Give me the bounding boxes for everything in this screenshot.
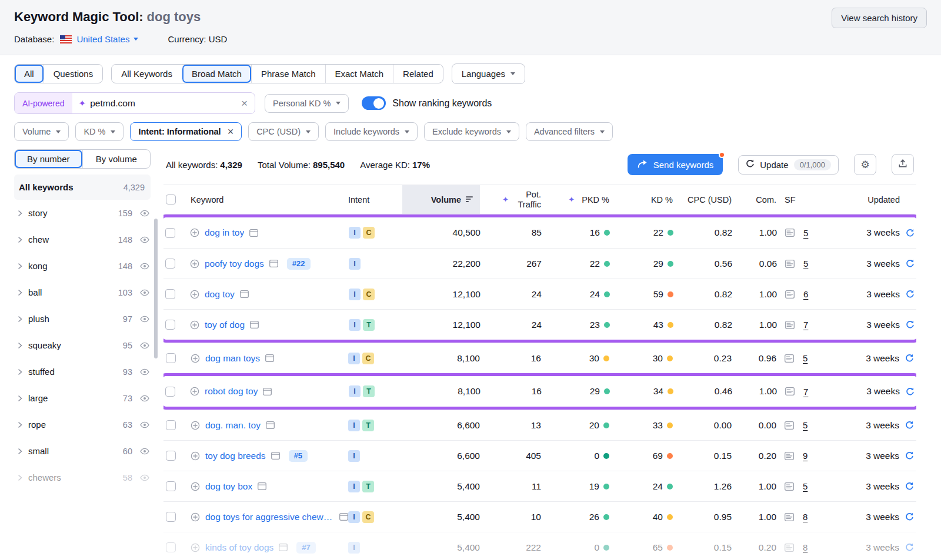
row-checkbox[interactable] xyxy=(165,387,175,397)
sidebar-group-small[interactable]: small60 xyxy=(14,438,151,464)
serp-preview-icon[interactable] xyxy=(785,482,794,491)
refresh-icon[interactable] xyxy=(905,354,914,363)
serp-preview-icon[interactable] xyxy=(785,290,795,299)
keyword-link[interactable]: poofy toy dogs xyxy=(205,259,264,269)
col-header-com[interactable]: Com. xyxy=(756,195,776,204)
keyword-link[interactable]: dog in toy xyxy=(205,227,244,238)
sidebar-all-keywords[interactable]: All keywords 4,329 xyxy=(14,175,151,200)
refresh-icon[interactable] xyxy=(906,387,915,396)
sidebar-group-chewers[interactable]: chewers58 xyxy=(14,464,151,491)
search-input[interactable] xyxy=(90,98,234,109)
sf-count-link[interactable]: 9 xyxy=(803,451,807,461)
row-checkbox[interactable] xyxy=(166,512,176,522)
send-keywords-button[interactable]: Send keywords xyxy=(628,154,723,175)
keyword-overview-icon[interactable] xyxy=(269,260,278,267)
match-tab-phrase-match[interactable]: Phrase Match xyxy=(251,65,325,83)
eye-icon[interactable] xyxy=(140,210,149,217)
add-keyword-icon[interactable] xyxy=(191,451,200,461)
personal-kd-dropdown[interactable]: Personal KD % xyxy=(265,94,349,113)
serp-preview-icon[interactable] xyxy=(785,387,795,395)
keyword-overview-icon[interactable] xyxy=(250,321,259,328)
sf-count-link[interactable]: 7 xyxy=(803,320,808,330)
filter-cpc-usd[interactable]: CPC (USD) xyxy=(248,122,319,141)
sidebar-tab-by-volume[interactable]: By volume xyxy=(82,150,151,168)
match-tab-questions[interactable]: Questions xyxy=(44,65,103,83)
add-keyword-icon[interactable] xyxy=(191,421,200,430)
match-tab-related[interactable]: Related xyxy=(393,65,443,83)
refresh-icon[interactable] xyxy=(905,421,914,430)
refresh-icon[interactable] xyxy=(906,290,915,299)
refresh-icon[interactable] xyxy=(905,451,914,460)
col-header-pkd[interactable]: PKD % xyxy=(582,195,609,204)
add-keyword-icon[interactable] xyxy=(190,290,199,299)
sf-count-link[interactable]: 5 xyxy=(803,259,808,269)
refresh-icon[interactable] xyxy=(906,229,915,237)
serp-preview-icon[interactable] xyxy=(785,229,795,237)
add-keyword-icon[interactable] xyxy=(190,320,199,330)
serp-preview-icon[interactable] xyxy=(785,452,794,460)
serp-preview-icon[interactable] xyxy=(785,260,795,268)
row-checkbox[interactable] xyxy=(165,289,175,299)
row-checkbox[interactable] xyxy=(166,451,176,461)
keyword-overview-icon[interactable] xyxy=(263,388,272,395)
add-keyword-icon[interactable] xyxy=(190,387,199,396)
keyword-link[interactable]: dog toys for aggressive chewers xyxy=(205,512,334,522)
keyword-link[interactable]: dog toy box xyxy=(205,481,252,492)
eye-icon[interactable] xyxy=(140,368,149,375)
eye-icon[interactable] xyxy=(140,342,149,349)
col-header-volume[interactable]: Volume xyxy=(402,185,480,214)
sf-count-link[interactable]: 5 xyxy=(803,353,807,363)
keyword-overview-icon[interactable] xyxy=(265,354,274,362)
col-header-kd[interactable]: KD % xyxy=(651,195,673,204)
view-search-history-button[interactable]: View search history xyxy=(832,8,927,28)
col-header-cpc[interactable]: CPC (USD) xyxy=(688,195,732,204)
keyword-link[interactable]: dog man toys xyxy=(205,353,260,364)
match-tab-all[interactable]: All xyxy=(15,65,44,83)
sidebar-group-kong[interactable]: kong148 xyxy=(14,253,151,279)
serp-preview-icon[interactable] xyxy=(785,321,795,329)
serp-preview-icon[interactable] xyxy=(785,544,794,552)
add-keyword-icon[interactable] xyxy=(191,354,200,363)
row-checkbox[interactable] xyxy=(165,320,175,330)
eye-icon[interactable] xyxy=(140,421,149,428)
eye-icon[interactable] xyxy=(140,395,149,402)
sidebar-group-squeaky[interactable]: squeaky95 xyxy=(14,332,151,358)
refresh-icon[interactable] xyxy=(906,320,915,329)
add-keyword-icon[interactable] xyxy=(190,228,199,237)
add-keyword-icon[interactable] xyxy=(190,259,199,269)
database-selector[interactable]: United States xyxy=(76,34,138,44)
eye-icon[interactable] xyxy=(140,236,149,243)
keyword-link[interactable]: dog toy xyxy=(205,289,235,300)
sidebar-group-ball[interactable]: ball103 xyxy=(14,279,151,306)
sidebar-group-story[interactable]: story159 xyxy=(14,200,151,226)
select-all-checkbox[interactable] xyxy=(166,195,176,204)
match-tab-all-keywords[interactable]: All Keywords xyxy=(112,65,182,83)
sidebar-group-plush[interactable]: plush97 xyxy=(14,306,151,332)
keyword-overview-icon[interactable] xyxy=(271,452,280,460)
sidebar-scrollbar[interactable] xyxy=(154,219,158,358)
settings-gear-button[interactable]: ⚙ xyxy=(854,154,876,175)
clear-search-icon[interactable]: × xyxy=(234,98,255,109)
sf-count-link[interactable]: 8 xyxy=(803,542,807,552)
filter-exclude-keywords[interactable]: Exclude keywords xyxy=(424,122,519,141)
row-checkbox[interactable] xyxy=(165,228,175,238)
sidebar-group-rope[interactable]: rope63 xyxy=(14,411,151,438)
col-header-updated[interactable]: Updated xyxy=(867,195,900,204)
keyword-overview-icon[interactable] xyxy=(240,290,249,298)
row-checkbox[interactable] xyxy=(166,542,176,552)
keyword-overview-icon[interactable] xyxy=(266,421,275,429)
col-header-intent[interactable]: Intent xyxy=(348,195,369,204)
add-keyword-icon[interactable] xyxy=(191,543,200,552)
keyword-overview-icon[interactable] xyxy=(279,544,288,551)
refresh-icon[interactable] xyxy=(905,512,914,521)
sidebar-group-chew[interactable]: chew148 xyxy=(14,226,151,253)
languages-dropdown[interactable]: Languages xyxy=(452,63,525,84)
keyword-link[interactable]: robot dog toy xyxy=(205,386,258,397)
col-header-pot-traffic[interactable]: Pot. Traffic xyxy=(512,190,541,209)
filter-include-keywords[interactable]: Include keywords xyxy=(325,122,418,141)
export-button[interactable] xyxy=(892,154,914,175)
col-header-sf[interactable]: SF xyxy=(785,195,796,204)
keyword-overview-icon[interactable] xyxy=(258,482,266,490)
keyword-overview-icon[interactable] xyxy=(249,229,258,237)
serp-preview-icon[interactable] xyxy=(785,354,794,363)
